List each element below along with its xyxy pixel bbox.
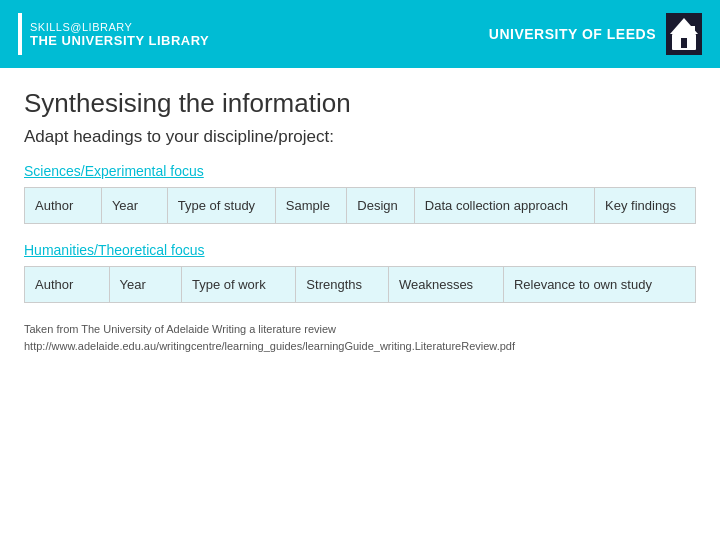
- humanities-col-relevance: Relevance to own study: [503, 267, 695, 303]
- humanities-col-year: Year: [109, 267, 181, 303]
- footer: Taken from The University of Adelaide Wr…: [24, 321, 696, 354]
- header-bar-decoration: [18, 13, 22, 55]
- humanities-table: Author Year Type of work Strengths Weakn…: [24, 266, 696, 303]
- footer-line2: http://www.adelaide.edu.au/writingcentre…: [24, 340, 515, 352]
- main-content: Synthesising the information Adapt headi…: [0, 68, 720, 364]
- uni-logo-icon: [666, 13, 702, 55]
- header-text-block: SKILLS@LIBRARY THE UNIVERSITY LIBRARY: [30, 21, 209, 48]
- page-subtitle: Adapt headings to your discipline/projec…: [24, 127, 696, 147]
- svg-rect-3: [690, 26, 695, 34]
- humanities-col-author: Author: [25, 267, 110, 303]
- humanities-col-strengths: Strengths: [296, 267, 389, 303]
- sciences-heading: Sciences/Experimental focus: [24, 163, 696, 179]
- sciences-col-year: Year: [101, 188, 167, 224]
- svg-rect-1: [681, 38, 687, 48]
- sciences-col-type: Type of study: [167, 188, 275, 224]
- uni-name: UNIVERSITY OF LEEDS: [489, 26, 656, 42]
- sciences-col-sample: Sample: [275, 188, 346, 224]
- footer-line1: Taken from The University of Adelaide Wr…: [24, 323, 336, 335]
- sciences-col-author: Author: [25, 188, 102, 224]
- skills-label: SKILLS@LIBRARY: [30, 21, 209, 33]
- header: SKILLS@LIBRARY THE UNIVERSITY LIBRARY UN…: [0, 0, 720, 68]
- humanities-table-row: Author Year Type of work Strengths Weakn…: [25, 267, 696, 303]
- humanities-col-weaknesses: Weaknesses: [388, 267, 503, 303]
- library-label: THE UNIVERSITY LIBRARY: [30, 33, 209, 48]
- humanities-col-type: Type of work: [181, 267, 295, 303]
- header-right: UNIVERSITY OF LEEDS: [489, 13, 702, 55]
- header-left: SKILLS@LIBRARY THE UNIVERSITY LIBRARY: [18, 13, 209, 55]
- page-title: Synthesising the information: [24, 88, 696, 119]
- sciences-table: Author Year Type of study Sample Design …: [24, 187, 696, 224]
- sciences-table-row: Author Year Type of study Sample Design …: [25, 188, 696, 224]
- humanities-heading: Humanities/Theoretical focus: [24, 242, 696, 258]
- sciences-col-key: Key findings: [595, 188, 696, 224]
- sciences-col-design: Design: [347, 188, 415, 224]
- sciences-col-data: Data collection approach: [414, 188, 594, 224]
